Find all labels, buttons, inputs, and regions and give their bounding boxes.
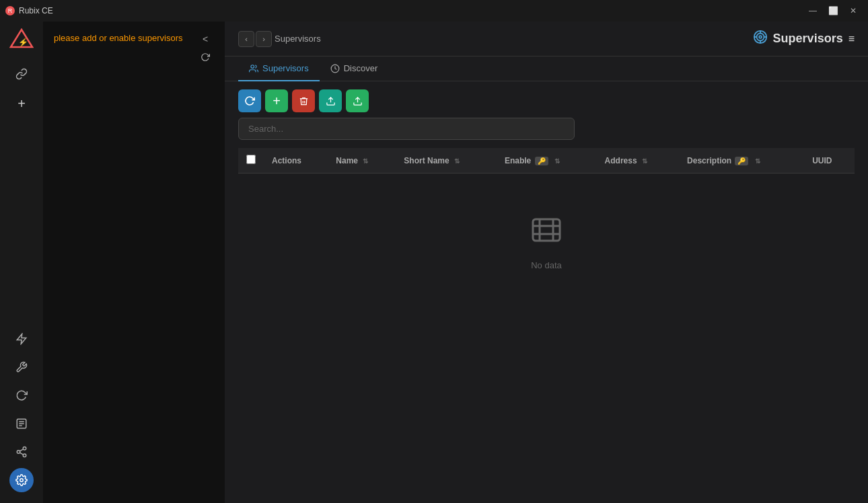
description-col-icon: 🔑 [735,157,748,165]
maximize-button[interactable]: ⬜ [824,4,842,17]
col-uuid: UUID [804,148,855,173]
svg-marker-2 [17,334,26,344]
col-uuid-label: UUID [812,156,832,165]
col-address-label: Address [605,156,637,165]
col-enable[interactable]: Enable 🔑 ⇅ [497,148,597,173]
delete-button[interactable] [292,89,315,112]
app-icon: R [5,6,15,15]
sidebar-item-add[interactable]: + [9,91,34,116]
col-address[interactable]: Address ⇅ [597,148,680,173]
sidebar-item-events[interactable] [9,327,34,351]
supervisors-tab-icon [249,64,258,73]
import-button[interactable] [346,89,369,112]
col-description-label: Description [687,156,731,165]
name-sort-icon: ⇅ [363,157,368,165]
col-checkbox[interactable] [238,148,264,173]
window-controls[interactable]: — ⬜ ✕ [803,4,863,17]
page-title: Supervisors [773,32,843,46]
svg-point-8 [17,451,20,454]
sidebar-item-link[interactable] [9,62,34,86]
app-body: ⚡ + [0,22,868,503]
enable-col-icon: 🔑 [535,157,548,165]
sidebar-item-refresh[interactable] [9,383,34,408]
sidebar-collapse-button[interactable]: < [198,32,212,46]
svg-line-11 [20,449,23,451]
enable-sort-icon: ⇅ [554,157,560,165]
sidebar-item-logs[interactable] [9,412,34,436]
svg-point-14 [756,34,764,41]
col-actions-label: Actions [272,156,301,165]
sidebar-refresh-button[interactable] [196,51,214,63]
minimize-button[interactable]: — [803,4,822,17]
sidebar-item-git[interactable] [9,440,34,464]
col-description[interactable]: Description 🔑 ⇅ [679,148,804,173]
no-data-message: No data [531,260,562,270]
sidebar-warning: please add or enable supervisors [54,32,196,44]
sidebar: please add or enable supervisors < [43,22,225,503]
col-shortname[interactable]: Short Name ⇅ [396,148,497,173]
icon-bar-top: ⚡ + [8,27,35,116]
tabs: Supervisors Discover [225,56,868,81]
description-sort-icon: ⇅ [755,157,760,165]
no-data-state: No data [238,173,855,311]
table-container: Actions Name ⇅ Short Name ⇅ Enable 🔑 [225,148,868,503]
main-content: ‹ › Supervisors Supe [225,22,868,503]
page-icon: ≡ [848,33,855,45]
col-name[interactable]: Name ⇅ [328,148,396,173]
svg-point-12 [20,479,24,482]
title-bar-left: R Rubix CE [5,6,53,15]
search-bar [225,118,868,148]
table-header-row: Actions Name ⇅ Short Name ⇅ Enable 🔑 [238,148,855,173]
svg-point-20 [251,65,254,68]
page-title-area: Supervisors ≡ [753,30,855,48]
title-bar: R Rubix CE — ⬜ ✕ [0,0,868,22]
logo: ⚡ [8,27,35,54]
col-name-label: Name [336,156,358,165]
app-title: Rubix CE [19,6,53,15]
icon-bar-bottom [9,327,34,498]
icon-bar: ⚡ + [0,22,43,503]
target-icon [753,30,768,48]
col-enable-label: Enable [505,156,531,165]
svg-point-7 [23,447,26,451]
nav-forward-button[interactable]: › [256,31,272,47]
svg-rect-24 [533,219,560,241]
svg-text:⚡: ⚡ [18,37,28,47]
tab-discover-label: Discover [344,63,378,73]
svg-point-9 [23,454,26,457]
refresh-button[interactable] [238,89,261,112]
svg-line-10 [20,453,23,455]
nav-back-button[interactable]: ‹ [238,31,254,47]
address-sort-icon: ⇅ [642,157,647,165]
breadcrumb-nav: ‹ › [238,31,272,47]
svg-point-15 [759,36,762,38]
search-input[interactable] [238,118,575,140]
sidebar-item-settings[interactable] [9,468,34,492]
supervisors-table: Actions Name ⇅ Short Name ⇅ Enable 🔑 [238,148,855,173]
sidebar-item-tools[interactable] [9,355,34,379]
shortname-sort-icon: ⇅ [454,157,460,165]
col-actions: Actions [264,148,328,173]
select-all-checkbox[interactable] [246,155,256,164]
breadcrumb-path: Supervisors [275,34,321,44]
toolbar: + [225,81,868,118]
close-button[interactable]: ✕ [844,4,863,17]
col-shortname-label: Short Name [404,156,449,165]
discover-tab-icon [330,64,340,73]
sidebar-header: please add or enable supervisors < [43,22,225,69]
export-button[interactable] [319,89,342,112]
tab-supervisors[interactable]: Supervisors [238,56,320,81]
breadcrumb: ‹ › Supervisors [238,31,321,47]
content-topbar: ‹ › Supervisors Supe [225,22,868,56]
tab-discover[interactable]: Discover [320,56,389,81]
no-data-icon [530,214,563,252]
tab-supervisors-label: Supervisors [262,63,309,73]
add-button[interactable]: + [265,89,288,112]
